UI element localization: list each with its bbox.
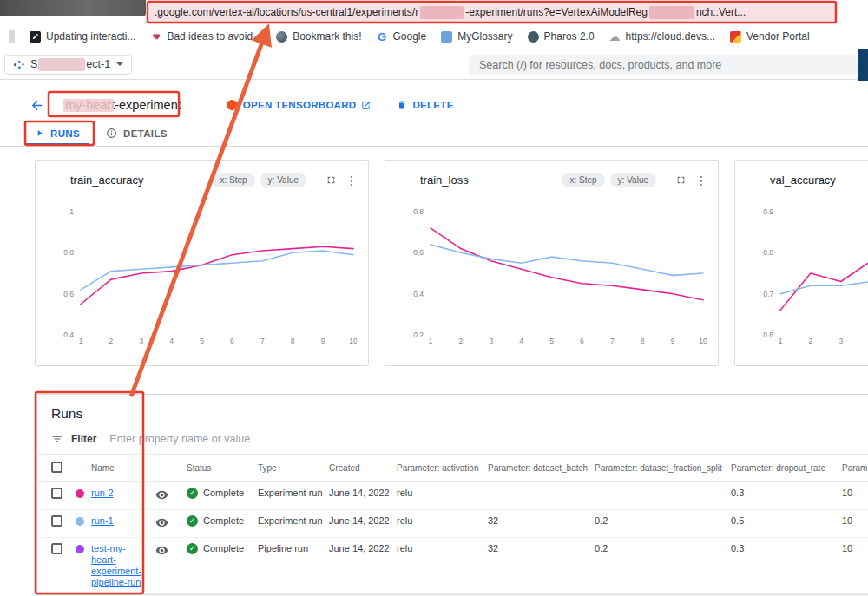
svg-text:0.2: 0.2 [413,331,424,339]
svg-text:1: 1 [779,337,783,345]
column-header: Parameter: dataset_batch [488,463,595,473]
visibility-icon[interactable] [155,544,168,557]
svg-text:1: 1 [79,337,83,345]
open-tensorboard-button[interactable]: OPEN TENSORBOARD [227,100,372,111]
svg-text:0.9: 0.9 [763,207,773,216]
svg-text:5: 5 [200,337,204,345]
run-name-link[interactable]: test-my-heart-experiment-pipeline-run [91,543,141,587]
run-name-link[interactable]: run-2 [91,488,114,498]
filter-placeholder: Enter property name or value [109,433,250,445]
svg-text:0.4: 0.4 [413,290,424,298]
row-checkbox[interactable] [51,515,62,527]
run-name-link[interactable]: run-1 [91,515,114,526]
column-header: Parameter: dataset_fraction_split [595,463,731,473]
svg-text:2: 2 [459,337,464,345]
svg-text:0.8: 0.8 [413,207,424,216]
project-name: S ect-1 [30,58,110,71]
bookmark-label: Vendor Portal [746,30,810,43]
run-param: 0.2 [595,515,731,527]
chart-title: train_loss [398,174,469,187]
axis-chip[interactable]: y: Value [260,173,306,187]
complete-check-icon: ✓ [187,515,198,527]
url-segment: -experiment/runs?e=VertexAiModelReg [465,6,648,18]
delete-button[interactable]: DELETE [397,100,453,110]
url-redaction [420,6,464,19]
more-options-icon[interactable]: ⋮ [695,174,707,187]
axis-chips: x: Stepy: Value [212,173,306,187]
svg-text:5: 5 [549,337,554,345]
svg-text:4: 4 [169,337,174,345]
shield-icon [730,31,741,43]
svg-text:0.8: 0.8 [63,248,74,257]
more-options-icon[interactable]: ⋮ [345,174,358,187]
bookmark-label: MyGlossary [457,30,512,43]
axis-chip[interactable]: x: Step [562,173,604,187]
status-badge: ✓Complete [187,515,258,527]
column-header: Created [329,463,397,473]
bookmark-item[interactable]: ☁https://cloud.devs... [609,30,715,43]
svg-text:8: 8 [291,337,295,345]
browser-url-row: .google.com/vertex-ai/locations/us-centr… [0,0,868,24]
svg-text:7: 7 [260,337,265,345]
project-selector[interactable]: S ect-1 [4,55,132,75]
chart-card-train-accuracy: train_accuracy x: Stepy: Value ⋮ 10.80.6… [35,160,369,366]
bookmark-item[interactable]: Bookmark this! [276,30,361,43]
pen-square-icon [30,31,41,43]
svg-text:3: 3 [838,337,843,345]
row-checkbox[interactable] [51,543,62,554]
axis-chip[interactable]: y: Value [610,173,656,187]
run-created: June 14, 2022 [329,488,397,499]
axis-chip[interactable]: x: Step [212,173,254,187]
svg-text:4: 4 [519,337,523,345]
svg-text:7: 7 [610,337,615,345]
run-param: relu [397,515,488,527]
svg-text:1: 1 [69,207,74,216]
google-g-icon: G [377,31,388,43]
play-icon [35,128,44,138]
run-param: 10 [842,488,868,499]
bookmark-item[interactable]: Updating interacti... [30,30,135,43]
svg-text:0.6: 0.6 [63,290,74,298]
back-button[interactable] [30,98,44,113]
dark-circle-icon [528,31,539,43]
bookmark-item[interactable]: GGoogle [377,30,427,43]
fullscreen-icon[interactable] [675,174,687,186]
bookmark-label: https://cloud.devs... [626,30,715,43]
chevron-down-icon [116,62,123,69]
svg-text:3: 3 [139,337,143,345]
fullscreen-icon[interactable] [326,174,337,186]
status-badge: ✓Complete [187,488,258,499]
bookmark-item[interactable]: Pharos 2.0 [528,30,595,43]
svg-text:6: 6 [580,337,584,345]
run-param: 0.5 [731,515,842,527]
search-input[interactable] [477,58,849,72]
console-search[interactable] [469,55,858,75]
svg-text:8: 8 [641,337,645,345]
line-chart: 0.80.60.40.212345678910 [398,189,707,347]
visibility-icon[interactable] [155,516,168,529]
row-checkbox[interactable] [51,488,62,499]
column-header: Status [187,463,258,473]
svg-text:0.4: 0.4 [63,331,74,339]
run-type: Experiment run [258,515,329,527]
globe-icon [276,31,287,43]
chart-title: val_accuracy [747,174,836,187]
bookmark-item[interactable]: Vendor Portal [730,30,810,43]
url-bar[interactable]: .google.com/vertex-ai/locations/us-centr… [149,3,835,22]
visibility-icon[interactable] [155,488,168,501]
external-link-icon [361,101,371,110]
tab-details[interactable]: DETAILS [97,123,176,146]
tab-runs[interactable]: RUNS [26,123,89,146]
axis-chips: x: Stepy: Value [562,173,656,187]
bookmark-item[interactable]: MyGlossary [441,30,512,43]
redacted-tab-area [0,0,146,16]
run-color-dot [76,489,84,498]
svg-text:0.8: 0.8 [763,248,773,257]
runs-filter[interactable]: Filter Enter property name or value [37,429,868,454]
url-text: .google.com/vertex-ai/locations/us-centr… [155,6,746,19]
url-segment: nch::Vert... [696,6,746,18]
select-all-checkbox[interactable] [51,462,62,473]
tensorboard-icon [227,100,238,111]
bookmark-item[interactable]: ♥♥Bad ideas to avoid... [150,30,261,43]
project-icon [13,59,24,70]
